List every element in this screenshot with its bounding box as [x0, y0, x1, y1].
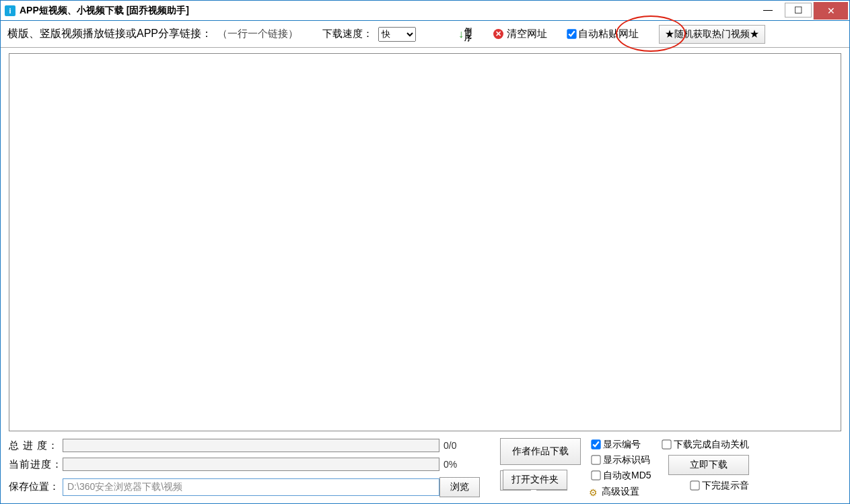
reverse-order-button[interactable]: ↓ 倒序 [458, 28, 472, 41]
url-input-label: 横版、竖版视频播放链接或APP分享链接： [7, 27, 212, 41]
auto-paste-checkbox[interactable]: 自动粘贴网址 [565, 28, 639, 40]
open-folder-button[interactable]: 打开文件夹 [503, 470, 567, 490]
show-index-label: 显示编号 [603, 439, 641, 451]
download-now-button[interactable]: 立即下载 [668, 455, 749, 475]
close-button[interactable]: ✕ [813, 2, 848, 20]
window-controls: — ☐ ✕ [752, 1, 849, 20]
clear-urls-label: 清空网址 [507, 28, 547, 40]
app-icon: i [5, 5, 15, 16]
show-index-checkbox[interactable]: 显示编号 [589, 438, 651, 451]
done-sound-checkbox[interactable]: 下完提示音 [688, 479, 749, 492]
arrow-down-icon: ↓ [458, 28, 464, 40]
title-bar: i APP短视频、小视频下载 [固乔视频助手] — ☐ ✕ [1, 1, 849, 21]
total-progress-bar [63, 439, 439, 452]
auto-paste-label: 自动粘贴网址 [578, 28, 639, 40]
window-title: APP短视频、小视频下载 [固乔视频助手] [20, 5, 189, 17]
save-path-input[interactable] [63, 478, 439, 496]
speed-label: 下载速度： [322, 28, 373, 40]
advanced-settings-label: 高级设置 [602, 486, 639, 498]
toolbar: 横版、竖版视频播放链接或APP分享链接： （一行一个链接） 下载速度： 快 ↓ … [1, 21, 849, 48]
auto-shutdown-input[interactable] [662, 439, 671, 449]
auto-shutdown-label: 下载完成自动关机 [674, 439, 749, 451]
clear-urls-button[interactable]: ✕ 清空网址 [493, 28, 547, 40]
app-window: i APP短视频、小视频下载 [固乔视频助手] — ☐ ✕ 横版、竖版视频播放链… [0, 0, 850, 504]
show-idcode-checkbox[interactable]: 显示标识码 [589, 454, 651, 466]
auto-paste-input[interactable] [567, 29, 576, 38]
save-path-label: 保存位置： [9, 480, 63, 493]
speed-select[interactable]: 快 [378, 27, 416, 42]
total-progress-label: 总 进 度： [9, 439, 63, 452]
show-index-input[interactable] [591, 439, 600, 449]
current-progress-label: 当前进度： [9, 458, 63, 471]
advanced-settings-link[interactable]: ⚙ 高级设置 [589, 486, 651, 498]
url-textarea-container [9, 53, 841, 431]
done-sound-label: 下完提示音 [702, 480, 749, 492]
auto-shutdown-checkbox[interactable]: 下载完成自动关机 [660, 438, 749, 451]
close-circle-icon: ✕ [493, 29, 503, 39]
bottom-panel: 总 进 度： 0/0 作者作品下载 生成 挑选 显示编号 显示标识码 [1, 434, 849, 503]
current-progress-text: 0% [439, 459, 487, 470]
main-area [1, 48, 849, 434]
reverse-order-label: 倒序 [464, 28, 472, 41]
auto-md5-checkbox[interactable]: 自动改MD5 [589, 469, 651, 482]
gear-icon: ⚙ [589, 487, 599, 497]
auto-md5-label: 自动改MD5 [603, 470, 651, 482]
show-idcode-input[interactable] [591, 455, 600, 464]
minimize-button[interactable]: — [752, 1, 783, 18]
url-textarea[interactable] [9, 54, 841, 431]
total-progress-text: 0/0 [439, 440, 487, 451]
maximize-button[interactable]: ☐ [785, 3, 812, 17]
random-hot-video-button[interactable]: ★随机获取热门视频★ [659, 25, 765, 44]
current-progress-bar [63, 458, 439, 471]
done-sound-input[interactable] [690, 480, 699, 490]
show-idcode-label: 显示标识码 [603, 454, 650, 466]
url-input-hint: （一行一个链接） [217, 28, 298, 40]
browse-button[interactable]: 浏览 [439, 477, 480, 497]
auto-md5-input[interactable] [591, 470, 600, 480]
author-works-button[interactable]: 作者作品下载 [500, 438, 581, 465]
